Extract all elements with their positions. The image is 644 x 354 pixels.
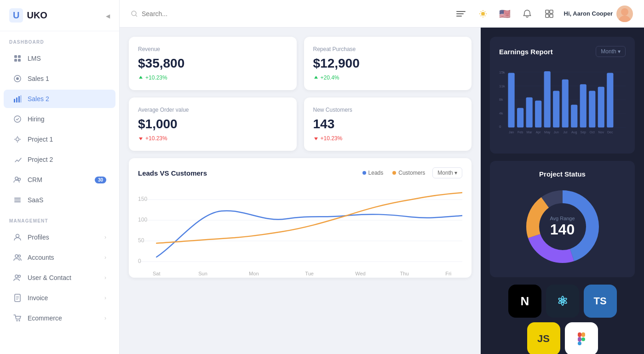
accounts-arrow: › <box>104 254 106 261</box>
earnings-month-filter[interactable]: Month ▾ <box>596 46 626 57</box>
avg-order-value: $1,000 <box>138 117 288 131</box>
leads-month-filter[interactable]: Month ▾ <box>432 167 462 178</box>
stat-card-revenue: Revenue $35,800 +10.23% <box>129 37 297 90</box>
profiles-icon <box>13 233 22 242</box>
invoice-arrow: › <box>104 295 106 301</box>
invoice-icon <box>13 293 22 303</box>
svg-text:0: 0 <box>499 125 501 129</box>
nextjs-icon[interactable]: N <box>508 285 541 318</box>
svg-rect-76 <box>535 101 541 128</box>
sidebar-item-usercontact[interactable]: User & Contact › <box>4 268 115 287</box>
javascript-icon[interactable]: JS <box>527 322 560 354</box>
svg-rect-84 <box>607 73 613 127</box>
repeat-label: Repeat Purchase <box>313 46 463 52</box>
typescript-icon[interactable]: TS <box>584 285 617 318</box>
project1-label: Project 1 <box>28 136 106 143</box>
svg-point-21 <box>18 275 21 278</box>
repeat-value: $12,900 <box>313 56 463 71</box>
leads-legend: Leads Customers <box>362 170 426 176</box>
svg-line-38 <box>480 11 481 11</box>
figma-icon[interactable] <box>565 322 598 354</box>
dashboard-section-label: DASHBOARD <box>0 31 119 48</box>
svg-text:100: 100 <box>138 217 147 223</box>
ecommerce-icon <box>13 314 22 323</box>
new-customers-change: +10.23% <box>313 135 463 142</box>
svg-rect-14 <box>14 198 21 199</box>
grid-icon[interactable] <box>542 6 557 21</box>
hamburger-icon[interactable] <box>454 6 468 21</box>
stat-card-new-customers: New Customers 143 +10.23% <box>304 97 472 151</box>
svg-text:Sat: Sat <box>153 271 161 276</box>
leads-chart-card: Leads VS Customers Leads Customers Month… <box>129 158 472 278</box>
svg-rect-3 <box>18 59 21 62</box>
avg-order-change: +10.23% <box>138 135 288 142</box>
sidebar-item-invoice[interactable]: Invoice › <box>4 289 115 307</box>
hiring-label: Hiring <box>28 115 106 123</box>
sidebar-item-accounts[interactable]: Accounts › <box>4 248 115 267</box>
svg-rect-82 <box>589 91 595 128</box>
svg-rect-75 <box>526 97 533 128</box>
user-greeting: Hi, Aaron Cooper <box>564 10 613 17</box>
svg-text:Tue: Tue <box>305 271 314 276</box>
svg-rect-8 <box>18 96 20 103</box>
sidebar-item-hiring[interactable]: Hiring <box>4 110 115 128</box>
svg-text:150: 150 <box>138 196 147 202</box>
lms-label: LMS <box>28 55 106 62</box>
leads-line-chart: 150 100 50 0 Sat Sun Mon Tue Wed <box>138 186 462 268</box>
right-dark-panel: Earnings Report Month ▾ 15k 11k 8k 4k 0 <box>481 28 644 354</box>
project-status-card: Project Status Avg Range 140 <box>490 161 635 277</box>
svg-text:Jun: Jun <box>553 131 558 134</box>
earnings-dark-header: Earnings Report Month ▾ <box>499 46 626 57</box>
donut-value: 140 <box>550 221 575 238</box>
svg-rect-30 <box>456 11 466 12</box>
repeat-change: +20.4% <box>313 74 463 81</box>
svg-text:8k: 8k <box>499 97 503 102</box>
svg-text:Dec: Dec <box>607 131 613 134</box>
sidebar-item-sales2[interactable]: Sales 2 <box>4 90 115 108</box>
sidebar-item-project1[interactable]: Project 1 <box>4 130 115 148</box>
flag-icon[interactable]: 🇺🇸 <box>498 6 512 21</box>
sun-icon[interactable] <box>476 6 490 21</box>
svg-point-46 <box>618 16 631 22</box>
svg-rect-31 <box>456 13 464 14</box>
svg-text:4k: 4k <box>499 111 503 115</box>
profiles-label: Profiles <box>28 234 99 241</box>
search-input[interactable] <box>142 10 234 17</box>
earnings-dark-title: Earnings Report <box>499 48 553 56</box>
svg-text:Sun: Sun <box>198 271 207 276</box>
svg-point-28 <box>132 11 136 16</box>
bell-icon[interactable] <box>520 6 535 21</box>
sidebar-item-project2[interactable]: Project 2 <box>4 150 115 169</box>
svg-text:Aug: Aug <box>571 131 577 134</box>
sidebar-item-saas[interactable]: SaaS <box>4 191 115 209</box>
svg-rect-78 <box>553 91 559 128</box>
collapse-icon <box>106 11 110 19</box>
sales2-icon <box>13 94 22 103</box>
svg-point-47 <box>621 8 628 16</box>
earnings-bar-chart: 15k 11k 8k 4k 0 <box>499 64 626 143</box>
saas-label: SaaS <box>28 196 106 204</box>
svg-rect-7 <box>16 97 17 103</box>
down-arrow-icon <box>138 136 144 141</box>
svg-rect-102 <box>581 332 585 337</box>
topbar-actions: 🇺🇸 Hi, Aaron Cooper <box>454 6 633 22</box>
sidebar-item-ecommerce[interactable]: Ecommerce › <box>4 309 115 327</box>
sidebar-item-lms[interactable]: LMS <box>4 49 115 68</box>
sidebar-item-sales1[interactable]: Sales 1 <box>4 69 115 88</box>
svg-text:May: May <box>544 131 551 134</box>
svg-rect-9 <box>21 95 21 103</box>
invoice-label: Invoice <box>28 294 99 302</box>
logo-u: U <box>9 8 23 23</box>
donut-avg-label: Avg Range <box>550 216 575 221</box>
user-info[interactable]: Hi, Aaron Cooper <box>564 6 633 22</box>
project-status-title: Project Status <box>499 170 626 178</box>
sidebar-collapse-button[interactable] <box>106 11 110 20</box>
sidebar-item-crm[interactable]: CRM 30 <box>4 171 115 189</box>
svg-rect-83 <box>598 87 604 128</box>
svg-rect-79 <box>562 80 569 128</box>
react-icon[interactable]: ⚛ <box>546 285 579 318</box>
project2-label: Project 2 <box>28 156 106 163</box>
profiles-arrow: › <box>104 234 106 240</box>
sidebar-item-profiles[interactable]: Profiles › <box>4 228 115 246</box>
svg-text:Oct: Oct <box>590 131 595 134</box>
